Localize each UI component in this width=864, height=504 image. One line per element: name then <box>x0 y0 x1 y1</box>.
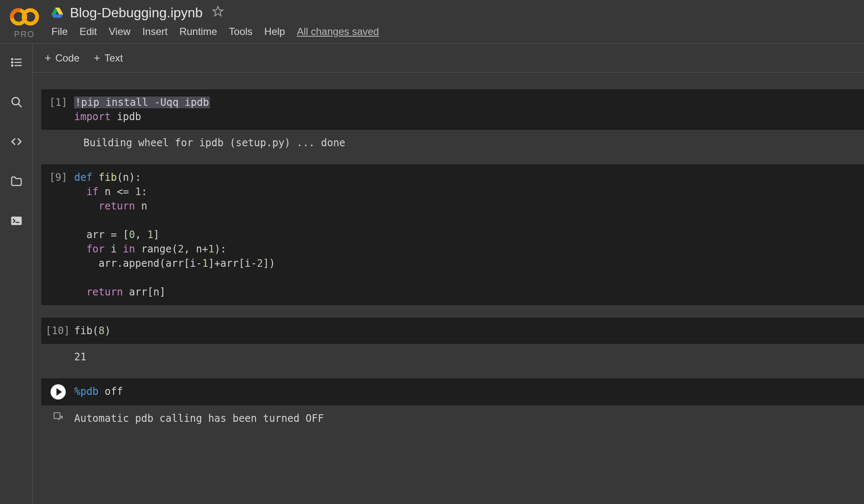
menu-runtime[interactable]: Runtime <box>180 26 217 38</box>
code-text: 1 <box>202 257 208 269</box>
content-row: +Code +Text [1] !pip install -Uqq ipdb i… <box>0 43 864 504</box>
code-text: , n+ <box>184 243 208 255</box>
add-text-button[interactable]: +Text <box>94 51 123 64</box>
snippets-icon[interactable] <box>10 135 23 148</box>
menu-bar: File Edit View Insert Runtime Tools Help… <box>51 26 379 38</box>
run-cell-button[interactable] <box>51 384 66 399</box>
svg-point-8 <box>11 62 13 63</box>
menu-file[interactable]: File <box>51 26 68 38</box>
code-text: import <box>74 111 111 123</box>
play-icon <box>56 388 62 396</box>
cells-container: [1] !pip install -Uqq ipdb import ipdb B… <box>33 72 864 427</box>
main-area: +Code +Text [1] !pip install -Uqq ipdb i… <box>33 44 864 504</box>
code-text: in <box>123 243 135 255</box>
plus-icon: + <box>45 51 51 64</box>
top-header: PRO Blog-Debugging.ipynb <box>0 0 864 41</box>
title-menu-block: Blog-Debugging.ipynb File Edit View Inse… <box>51 5 379 38</box>
drive-icon <box>51 7 63 19</box>
code-cell: [9] def fib(n): if n <= 1: return n arr … <box>41 164 864 305</box>
cell-output: Building wheel for ipdb (setup.py) ... d… <box>41 130 864 152</box>
colab-logo-icon <box>9 8 40 28</box>
code-text: return <box>74 200 135 212</box>
cell-output: Automatic pdb calling has been turned OF… <box>41 405 864 427</box>
svg-point-10 <box>11 65 13 66</box>
run-button-wrap <box>46 384 71 399</box>
output-icon[interactable] <box>46 411 71 426</box>
code-text: ]) <box>263 257 275 269</box>
code-input-row[interactable]: [9] def fib(n): if n <= 1: return n arr … <box>41 164 864 305</box>
code-text: arr.append(arr[i- <box>74 257 202 269</box>
svg-point-6 <box>11 59 13 60</box>
code-text: 8 <box>99 325 105 337</box>
output-text: Automatic pdb calling has been turned OF… <box>71 411 324 426</box>
code-text: , <box>135 229 148 241</box>
code-text: !pip install -Uqq ipdb <box>74 97 210 108</box>
svg-marker-5 <box>213 6 223 16</box>
output-gutter <box>46 350 71 364</box>
code-text: arr[n] <box>123 286 166 298</box>
add-code-button[interactable]: +Code <box>45 51 80 64</box>
code-cell: %pdb off Automatic pdb calling has been … <box>41 378 864 427</box>
saved-status[interactable]: All changes saved <box>297 26 379 38</box>
code-text: arr = [ <box>74 229 129 241</box>
code-text: 1 <box>135 186 141 198</box>
code-text: 2 <box>178 243 184 255</box>
code-text: 1 <box>147 229 153 241</box>
code-text: n <= <box>99 186 135 198</box>
code-text: 1 <box>208 243 214 255</box>
pro-label: PRO <box>14 29 35 39</box>
code-editor[interactable]: !pip install -Uqq ipdb import ipdb <box>71 95 210 124</box>
code-cell: [10] fib(8) 21 <box>41 318 864 366</box>
app-root: PRO Blog-Debugging.ipynb <box>0 0 864 504</box>
code-editor[interactable]: %pdb off <box>71 384 123 399</box>
code-text: range( <box>135 243 178 255</box>
code-text: off <box>99 386 123 397</box>
toc-icon[interactable] <box>10 56 23 69</box>
star-icon[interactable] <box>212 5 224 20</box>
logo-block: PRO <box>9 8 40 39</box>
left-rail <box>0 44 33 504</box>
add-code-label: Code <box>55 52 79 64</box>
output-text: 21 <box>71 350 86 364</box>
code-input-row[interactable]: %pdb off <box>41 378 864 405</box>
output-gutter <box>46 136 71 150</box>
menu-edit[interactable]: Edit <box>80 26 97 38</box>
title-row: Blog-Debugging.ipynb <box>51 5 379 21</box>
notebook-filename[interactable]: Blog-Debugging.ipynb <box>70 5 203 21</box>
menu-insert[interactable]: Insert <box>142 26 168 38</box>
code-text: return <box>74 286 123 298</box>
terminal-icon[interactable] <box>10 214 23 228</box>
files-icon[interactable] <box>10 174 23 188</box>
menu-help[interactable]: Help <box>264 26 285 38</box>
menu-view[interactable]: View <box>109 26 131 38</box>
code-editor[interactable]: fib(8) <box>71 324 111 338</box>
cell-toolbar: +Code +Text <box>33 44 864 72</box>
cell-output: 21 <box>41 344 864 366</box>
search-icon[interactable] <box>10 95 23 109</box>
svg-rect-16 <box>54 413 60 418</box>
code-text: ] <box>153 229 159 241</box>
code-text: i <box>105 243 123 255</box>
output-text: Building wheel for ipdb (setup.py) ... d… <box>71 136 345 150</box>
svg-rect-14 <box>11 217 21 225</box>
execution-count: [10] <box>46 324 71 338</box>
code-text: if <box>74 186 99 198</box>
svg-line-13 <box>18 104 21 107</box>
plus-icon: + <box>94 51 100 64</box>
code-text: ) <box>105 325 110 337</box>
code-text: (n): <box>117 172 141 183</box>
execution-count: [1] <box>46 95 71 110</box>
code-input-row[interactable]: [1] !pip install -Uqq ipdb import ipdb <box>41 89 864 130</box>
code-text: ): <box>214 243 226 255</box>
code-text: %pdb <box>74 386 99 397</box>
code-editor[interactable]: def fib(n): if n <= 1: return n arr = [0… <box>71 170 275 299</box>
menu-tools[interactable]: Tools <box>229 26 252 38</box>
code-cell: [1] !pip install -Uqq ipdb import ipdb B… <box>41 89 864 152</box>
code-text: ]+arr[i- <box>208 257 257 269</box>
code-input-row[interactable]: [10] fib(8) <box>41 318 864 344</box>
code-text: 2 <box>257 257 263 269</box>
code-text: fib <box>99 172 117 183</box>
code-text: fib( <box>74 325 99 337</box>
code-text: def <box>74 172 99 183</box>
code-text: 0 <box>129 229 135 241</box>
